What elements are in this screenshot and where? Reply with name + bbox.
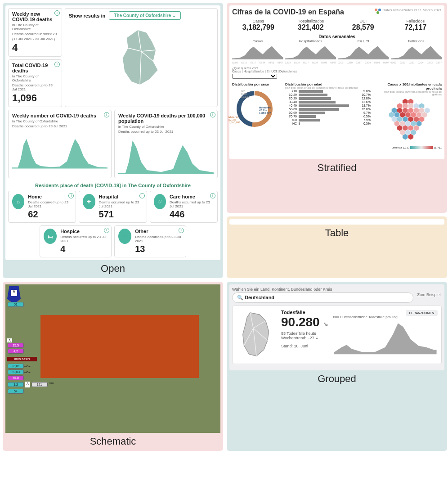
province-map-hint: Haz click en una provincia para filtrar … <box>374 90 442 96</box>
filter-options[interactable]: Casos | Hospitalizados | En UCI | Defunc… <box>232 70 442 73</box>
spain-hex-map[interactable] <box>374 96 442 145</box>
chevron-down-icon: ⌄ <box>172 13 176 18</box>
age-bar <box>299 90 323 93</box>
show-results-label: Show results in <box>69 13 105 18</box>
filter-select[interactable] <box>232 74 277 79</box>
place-sub: Deaths occurred up to 23 Jul 2021 <box>60 235 108 243</box>
weekly-mini-chart[interactable]: En UCI 02/0302/1002/1702/2403/0303/07 <box>338 39 389 64</box>
info-icon[interactable]: i <box>104 112 109 117</box>
place-sub: Deaths occurred up to 23 Jul 2021 <box>135 235 182 243</box>
age-pct: 18.7% <box>362 104 371 107</box>
logo-dots-icon <box>373 8 382 15</box>
industrial-schematic: A 51 A 15,5 4,2 IRON BASIN +0,01mBar +0,… <box>5 284 220 433</box>
place-label: Other <box>135 229 182 234</box>
age-group: 30-40 <box>285 100 297 104</box>
age-bar-row[interactable]: 30-4013.6% <box>285 100 371 104</box>
age-bar-row[interactable]: <109.0% <box>285 90 371 93</box>
age-bar <box>299 101 336 104</box>
info-icon[interactable]: i <box>210 112 215 117</box>
place-sub: Deaths occurred up to 23 Jul 2021 <box>99 200 143 208</box>
headline-stat: Hospitalizados321,402 <box>285 19 337 32</box>
weekly-title: Datos semanales <box>232 34 442 39</box>
update-date: Datos actualizados el 11 March 2021 <box>382 8 442 12</box>
hopper-out: 51 <box>8 302 24 307</box>
headline-stat: UCI28,579 <box>337 19 390 32</box>
home-icon: ⌂ <box>12 194 24 209</box>
hopper-label: A <box>11 290 17 296</box>
search-icon: 🔍 <box>237 295 243 300</box>
meter: 15,5 <box>8 343 24 348</box>
age-group: 70-79 <box>285 115 297 118</box>
place-sub: Deaths occurred up to 23 Jul 2021 <box>28 200 72 208</box>
weekly-mini-chart[interactable]: Casos 02/0302/1002/1702/2403/0303/07 <box>232 39 283 64</box>
age-bar-row[interactable]: 10-2910.7% <box>285 93 371 96</box>
weekly-mini-chart[interactable]: Fallecidos 02/0302/1002/1702/2403/0303/0… <box>391 39 442 64</box>
age-pct: 7.9% <box>363 118 371 122</box>
panel-grouped: Wählen Sie ein Land, Kontinent, Bundesla… <box>227 282 447 451</box>
germany-map[interactable] <box>236 310 277 359</box>
age-bar-row[interactable]: NC0.5% <box>285 122 371 125</box>
age-bar-row[interactable]: 20-2912.0% <box>285 97 371 100</box>
card-value: 4 <box>12 42 58 54</box>
info-icon[interactable]: i <box>68 193 74 198</box>
example-label: Zum Beispiel: <box>417 292 442 297</box>
caption-stratified: Stratified <box>229 159 444 175</box>
stat-value: 321,402 <box>285 23 337 32</box>
temp: 45,0 <box>8 375 24 380</box>
chart-area[interactable] <box>12 129 108 170</box>
hospice-icon: 🛏 <box>44 229 57 244</box>
info-icon[interactable]: i <box>210 193 215 198</box>
age-bar-row[interactable]: +807.9% <box>285 118 371 122</box>
info-icon[interactable]: i <box>54 62 60 67</box>
iron-basin-label: IRON BASIN <box>7 357 37 361</box>
place-sub: Deaths occurred up to 23 Jul 2021 <box>170 200 214 208</box>
meter: 54 <box>8 389 24 394</box>
age-pct: 9.7% <box>363 111 371 114</box>
age-bar <box>299 97 331 100</box>
stat-label: Hospitalizados <box>285 19 337 23</box>
age-bar <box>299 115 316 118</box>
deaths-chart[interactable] <box>333 319 438 355</box>
stand-date: Stand: 10. Juni <box>281 344 328 348</box>
panel-open: i Weekly new COVID-19 deaths in The Coun… <box>3 3 223 278</box>
place-hospice: i 🛏 Hospice Deaths occurred up to 23 Jul… <box>40 225 112 257</box>
info-icon[interactable]: i <box>179 228 184 233</box>
search-value: Deutschland <box>245 295 274 300</box>
card-title: Total COVID-19 deaths <box>12 63 58 73</box>
card-weekly-new-deaths: i Weekly new COVID-19 deaths in The Coun… <box>8 8 62 57</box>
stat-label: UCI <box>337 19 390 23</box>
age-pct: 13.6% <box>362 100 371 104</box>
meter: 1,2 <box>8 382 24 387</box>
mini-chart-label: Casos <box>232 39 283 43</box>
card-sub2: Deaths occurred in week 29 <box>12 32 58 36</box>
label: A <box>25 382 30 387</box>
place-other: i ⋯ Other Deaths occurred up to 23 Jul 2… <box>114 225 186 257</box>
grouped-dashboard: Wählen Sie ein Land, Kontinent, Bundesla… <box>229 284 444 370</box>
caption-schematic: Schematic <box>5 433 220 448</box>
info-icon[interactable]: i <box>104 228 109 233</box>
chart-sub: in The County of Oxfordshire <box>12 119 108 123</box>
card-sub: in The County of Oxfordshire <box>12 23 58 31</box>
stat-value: 28,579 <box>337 23 390 32</box>
info-icon[interactable]: i <box>54 10 60 16</box>
weekly-mini-chart[interactable]: Hospitalizados 02/0302/1002/1702/2403/03… <box>285 39 336 64</box>
svg-point-0 <box>375 9 377 11</box>
place-label: Home <box>28 194 72 199</box>
mini-chart-label: En UCI <box>338 39 389 43</box>
place-value: 571 <box>99 209 143 220</box>
info-icon[interactable]: i <box>139 193 145 198</box>
chart-area[interactable] <box>118 135 214 175</box>
pressure-2: +0,03 <box>8 369 24 374</box>
caption-open: Open <box>5 260 220 275</box>
age-bar-row[interactable]: 70-796.5% <box>285 115 371 118</box>
chart-sub2: Deaths occurred up to 23 Jul 2021 <box>12 124 108 128</box>
oxfordshire-map[interactable] <box>101 24 182 92</box>
mini-chart-label: Hospitalizados <box>285 39 336 43</box>
place-value: 13 <box>135 244 182 254</box>
region-dropdown[interactable]: The County of Oxfordshire ⌄ <box>109 11 180 20</box>
zoom-button[interactable]: HERANZOOMEN <box>406 310 438 316</box>
svg-point-2 <box>376 11 379 14</box>
region-search-input[interactable]: 🔍 Deutschland <box>232 292 413 303</box>
label-a: A <box>7 338 12 342</box>
age-bar <box>299 94 327 96</box>
